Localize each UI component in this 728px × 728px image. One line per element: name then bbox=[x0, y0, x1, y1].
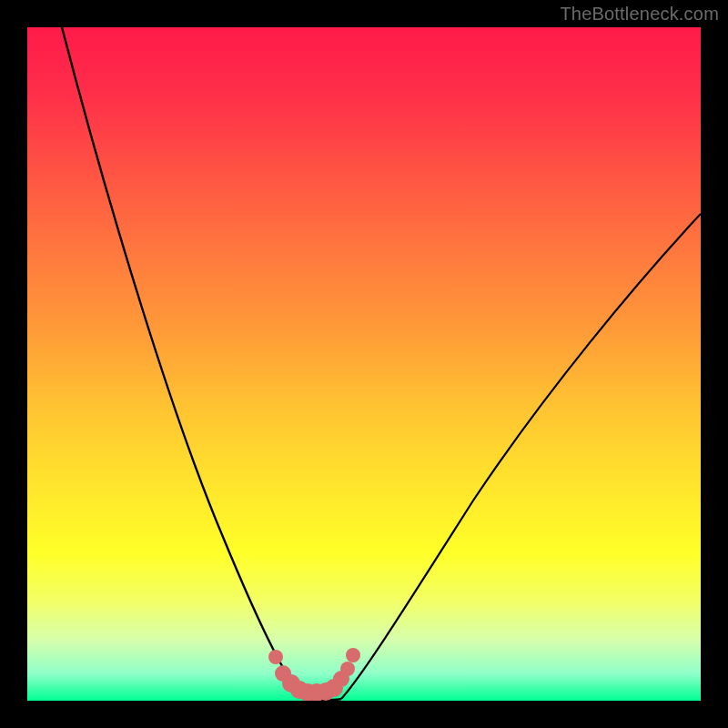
svg-point-9 bbox=[340, 662, 355, 676]
chart-frame: TheBottleneck.com bbox=[0, 0, 728, 728]
svg-point-0 bbox=[268, 650, 283, 664]
chart-plot-area bbox=[27, 27, 701, 701]
watermark-text: TheBottleneck.com bbox=[560, 4, 719, 25]
svg-point-10 bbox=[346, 648, 360, 662]
bottleneck-curve bbox=[27, 27, 701, 701]
curve-left-branch bbox=[62, 27, 305, 699]
curve-right-branch bbox=[341, 214, 701, 699]
